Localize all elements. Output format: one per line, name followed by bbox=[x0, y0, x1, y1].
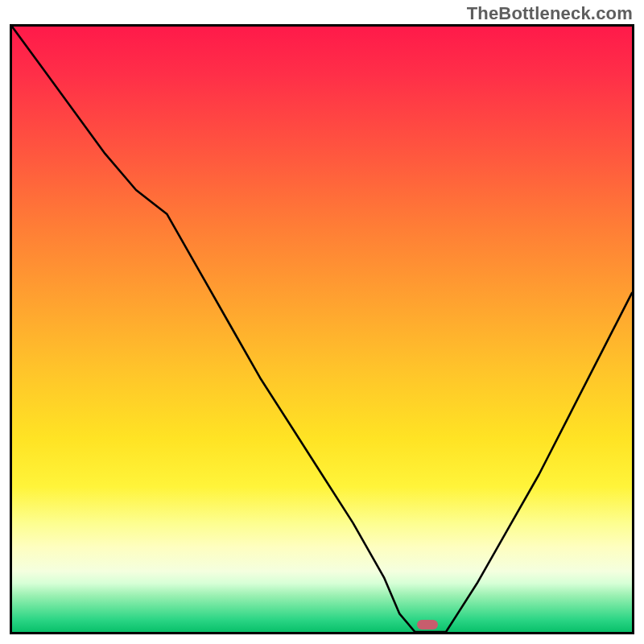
watermark-text: TheBottleneck.com bbox=[467, 3, 633, 24]
chart-frame bbox=[10, 24, 634, 634]
optimum-marker bbox=[417, 620, 438, 630]
gradient-background bbox=[12, 27, 632, 632]
